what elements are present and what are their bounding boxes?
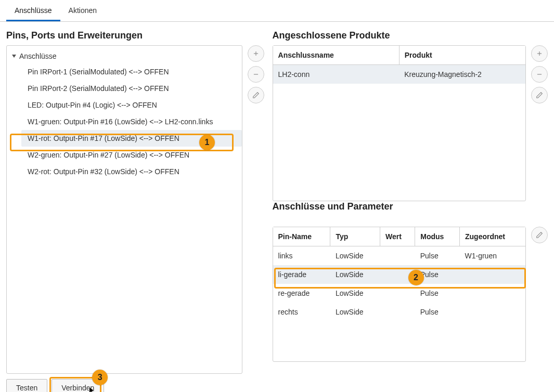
tree-leaf[interactable]: Pin IRPort-2 (SerialModulated) <--> OFFE… — [21, 80, 242, 97]
tab-aktionen[interactable]: Aktionen — [60, 0, 105, 21]
table-row-selected[interactable]: li-gerade LowSide Pulse — [273, 265, 525, 284]
products-panel: Anschlussname Produkt LH2-conn Kreuzung-… — [273, 45, 526, 201]
tree-leaf-selected[interactable]: W1-rot: Output-Pin #17 (LowSide) <--> OF… — [21, 130, 242, 147]
pins-panel: Anschlüsse Pin IRPort-1 (SerialModulated… — [6, 45, 242, 374]
products-col-product[interactable]: Produkt — [399, 46, 525, 65]
edit-button[interactable] — [531, 227, 548, 243]
params-section-title: Anschlüsse und Parameter — [273, 201, 548, 212]
params-panel: Pin-Name Typ Wert Modus Zugeordnet links… — [273, 227, 526, 362]
connect-button[interactable]: Verbinden — [51, 379, 104, 392]
caret-down-icon — [12, 55, 16, 58]
tree-leaf[interactable]: LED: Output-Pin #4 (Logic) <--> OFFEN — [21, 97, 242, 113]
edit-button[interactable] — [531, 87, 548, 103]
test-button[interactable]: Testen — [6, 379, 47, 392]
table-row[interactable]: LH2-conn Kreuzung-Magnetisch-2 — [273, 65, 525, 84]
minus-icon — [252, 71, 260, 78]
products-section-title: Angeschlossene Produkte — [273, 30, 548, 41]
params-col-wert[interactable]: Wert — [380, 227, 415, 246]
cell-conn-product: Kreuzung-Magnetisch-2 — [399, 65, 525, 84]
cell-conn-name: LH2-conn — [273, 65, 400, 84]
table-row[interactable]: rechts LowSide Pulse — [273, 303, 525, 321]
plus-icon — [536, 50, 543, 57]
edit-button[interactable] — [248, 87, 264, 103]
tree-root-node[interactable]: Anschlüsse — [7, 49, 242, 63]
params-col-modus[interactable]: Modus — [415, 227, 460, 246]
add-button[interactable] — [248, 45, 264, 62]
tree-leaf[interactable]: W2-rot: Output-Pin #32 (LowSide) <--> OF… — [21, 163, 242, 180]
params-col-typ[interactable]: Typ — [330, 227, 380, 246]
pencil-icon — [536, 92, 543, 99]
tree-root-label: Anschlüsse — [19, 52, 57, 60]
tree-leaf[interactable]: Pin IRPort-1 (SerialModulated) <--> OFFE… — [21, 63, 242, 80]
remove-button[interactable] — [248, 66, 264, 83]
params-table: Pin-Name Typ Wert Modus Zugeordnet links… — [273, 227, 525, 321]
table-row[interactable]: re-gerade LowSide Pulse — [273, 284, 525, 303]
params-col-pin[interactable]: Pin-Name — [273, 227, 330, 246]
tab-bar: Anschlüsse Aktionen — [0, 0, 554, 22]
remove-button[interactable] — [531, 66, 548, 83]
products-table: Anschlussname Produkt LH2-conn Kreuzung-… — [273, 46, 525, 84]
pencil-icon — [252, 92, 260, 99]
add-button[interactable] — [531, 45, 548, 62]
left-section-title: Pins, Ports und Erweiterungen — [6, 30, 264, 41]
minus-icon — [536, 71, 543, 78]
table-row[interactable]: links LowSide Pulse W1-gruen — [273, 246, 525, 266]
pencil-icon — [536, 231, 543, 239]
products-col-name[interactable]: Anschlussname — [273, 46, 400, 65]
tree-leaf[interactable]: W2-gruen: Output-Pin #27 (LowSide) <--> … — [21, 147, 242, 163]
params-col-zug[interactable]: Zugeordnet — [459, 227, 525, 246]
tab-anschluesse[interactable]: Anschlüsse — [6, 0, 60, 21]
plus-icon — [252, 50, 260, 57]
tree-leaf[interactable]: W1-gruen: Output-Pin #16 (LowSide) <--> … — [21, 113, 242, 130]
